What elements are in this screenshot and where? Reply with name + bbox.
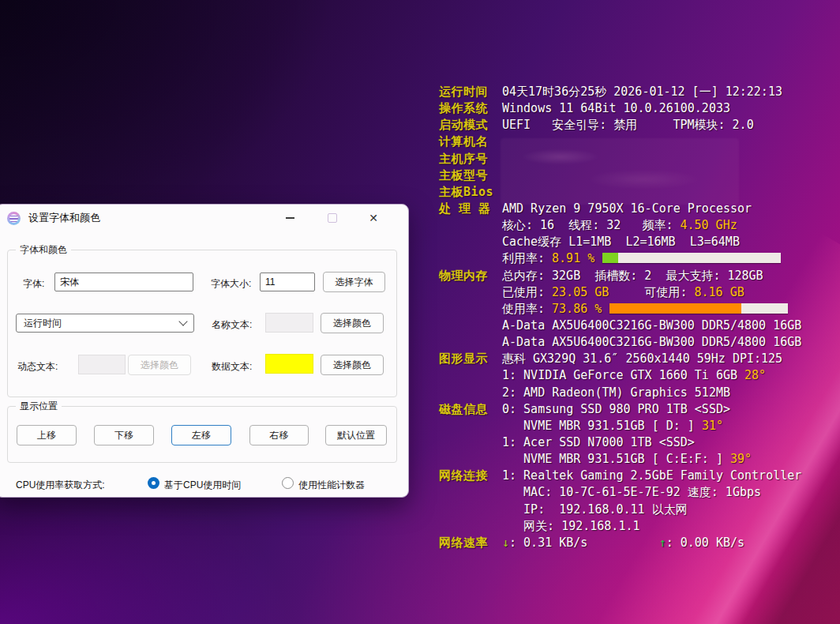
font-name-input[interactable] [54,273,193,291]
chevron-down-icon [178,317,187,325]
sysinfo-label: 磁盘信息 [439,401,502,418]
move-right-button[interactable]: 右移 [249,425,309,445]
desktop: 运行时间04天17时36分25秒 2026-01-12 [一] 12:22:13… [0,0,840,624]
sysinfo-value: 04天17时36分25秒 2026-01-12 [一] 12:22:13 [502,85,782,99]
position-group-label: 显示位置 [16,400,62,412]
sysinfo-line: Cache缓存 L1=1MB L2=16MB L3=64MB [439,234,810,250]
maximize-icon[interactable] [317,205,348,231]
sysinfo-value: 网关: 192.168.1.1 [502,519,640,533]
sysinfo-seg: NVME MBR 931.51GB [ C:E:F: ] [502,452,730,466]
font-size-input[interactable] [260,273,315,291]
sysinfo-value: 惠科 GX329Q 31.6″ 2560x1440 59Hz DPI:125 [502,351,782,366]
sysinfo-value: 1: Acer SSD N7000 1TB <SSD> [502,435,695,449]
sysinfo-line: 2: AMD Radeon(TM) Graphics 512MB [439,385,810,401]
sysinfo-seg: 1: Acer SSD N7000 1TB <SSD> [502,435,695,449]
sysinfo-line: 操作系统Windows 11 64Bit 10.0.26100.2033 [439,100,810,117]
sysinfo-seg: MAC: 10-7C-61-5E-7E-92 速度: 1Gbps [502,485,761,499]
sysinfo-line: 网络速率↓: 0.31 KB/s ↑: 0.00 KB/s [439,535,810,551]
sysinfo-seg: IP: 192.168.0.11 以太网 [502,502,688,517]
sysinfo-label: 主机序号 [439,151,502,167]
sysinfo-line: A-Data AX5U6400C3216G-BW300 DDR5/4800 16… [439,318,810,334]
sysinfo-line: 已使用: 23.05 GB 可使用: 8.16 GB [439,284,810,301]
name-pick-color-button[interactable]: 选择颜色 [321,313,384,333]
sysinfo-seg: 使用率: [502,302,552,316]
sysinfo-value: 利用率: 8.91 % [502,251,781,265]
radio-cpu-time[interactable] [148,477,159,489]
sysinfo-value: MAC: 10-7C-61-5E-7E-92 速度: 1Gbps [502,485,761,499]
sysinfo-label: 计算机名 [439,133,502,150]
sysinfo-line: 利用率: 8.91 % [439,250,810,267]
sysinfo-seg: NVME MBR 931.51GB [ D: ] [502,419,702,433]
sysinfo-line: NVME MBR 931.51GB [ D: ] 31° [439,418,810,434]
sysinfo-seg: Windows 11 64Bit 10.0.26100.2033 [502,101,730,115]
sysinfo-seg: : 0.31 KB/s [509,536,587,550]
sysinfo-line: 图形显示惠科 GX329Q 31.6″ 2560x1440 59Hz DPI:1… [439,351,810,367]
sysinfo-seg: ↑ [659,536,666,550]
radio-cpu-time-label: 基于CPU使用时间 [164,479,241,492]
minimize-icon[interactable] [274,205,306,231]
sysinfo-value: Cache缓存 L1=1MB L2=16MB L3=64MB [502,235,740,249]
sysinfo-line: 使用率: 73.86 % [439,301,810,318]
sysinfo-label: 运行时间 [439,84,502,100]
sysinfo-label: 网络速率 [439,535,502,551]
sysinfo-value: UEFI 安全引导: 禁用 TPM模块: 2.0 [502,118,754,132]
sysinfo-seg: 1: Realtek Gaming 2.5GbE Family Controll… [502,468,801,483]
sysinfo-seg: 23.05 GB [552,285,609,299]
sysinfo-seg: 利用率: [502,251,552,265]
sysinfo-value: 2: AMD Radeon(TM) Graphics 512MB [502,385,730,400]
move-left-button[interactable]: 左移 [171,425,231,445]
sysinfo-line: 运行时间04天17时36分25秒 2026-01-12 [一] 12:22:13 [439,84,810,100]
data-text-swatch [265,354,313,374]
data-pick-color-button[interactable]: 选择颜色 [321,355,384,375]
sysinfo-line: 启动模式UEFI 安全引导: 禁用 TPM模块: 2.0 [439,117,810,133]
sysinfo-line: NVME MBR 931.51GB [ C:E:F: ] 39° [439,451,810,468]
sysinfo-seg: : 0.00 KB/s [666,536,744,550]
default-position-button[interactable]: 默认位置 [325,425,387,445]
sysinfo-seg: A-Data AX5U6400C3216G-BW300 DDR5/4800 16… [502,335,801,349]
sysinfo-seg: 0: Samsung SSD 980 PRO 1TB <SSD> [502,402,730,416]
dialog-title: 设置字体和颜色 [28,211,100,225]
sysinfo-seg: 可使用: [609,285,694,299]
font-color-group-label: 字体和颜色 [16,244,71,255]
sysinfo-label: 主板型号 [439,167,502,184]
move-up-button[interactable]: 上移 [17,425,77,445]
sysinfo-value: NVME MBR 931.51GB [ D: ] 31° [502,419,723,433]
select-font-button[interactable]: 选择字体 [323,272,385,292]
sysinfo-seg: 核心: 16 线程: 32 频率: [502,218,680,232]
sysinfo-value: IP: 192.168.0.11 以太网 [502,502,688,517]
sysinfo-line: 1: NVIDIA GeForce GTX 1660 Ti 6GB 28° [439,367,810,384]
sysinfo-line: 网关: 192.168.1.1 [439,518,810,535]
dynamic-pick-color-button[interactable]: 选择颜色 [128,355,191,375]
close-icon[interactable] [356,205,391,231]
sysinfo-seg: A-Data AX5U6400C3216G-BW300 DDR5/4800 16… [502,318,801,333]
sysinfo-seg: UEFI 安全引导: 禁用 TPM模块: 2.0 [502,118,754,132]
sysinfo-seg: 31° [702,419,723,433]
font-size-label: 字体大小: [211,277,251,291]
radio-perf-counter[interactable] [282,477,294,489]
sysinfo-line: A-Data AX5U6400C3216G-BW300 DDR5/4800 16… [439,334,810,351]
sysinfo-label: 处 理 器 [439,201,502,217]
sysinfo-label: 图形显示 [439,351,502,367]
sysinfo-seg: 28° [744,368,766,382]
sysinfo-seg: 4.50 GHz [680,218,737,232]
sysinfo-seg: 网关: 192.168.1.1 [502,519,640,533]
sysinfo-line: 物理内存总内存: 32GB 插槽数: 2 最大支持: 128GB [439,268,810,284]
font-color-dialog: 设置字体和颜色 字体和颜色 字体: 字体大小: 选择字体 运行时间 名称文本: … [0,204,409,498]
sysinfo-seg: Cache缓存 L1=1MB L2=16MB L3=64MB [502,235,740,249]
redacted-area [501,138,739,205]
item-dropdown[interactable]: 运行时间 [16,314,194,333]
sysinfo-value: ↓: 0.31 KB/s ↑: 0.00 KB/s [502,536,744,550]
data-text-label: 数据文本: [212,360,252,374]
cpu-mode-label: CPU使用率获取方式: [16,479,105,492]
sysinfo-line: 磁盘信息0: Samsung SSD 980 PRO 1TB <SSD> [439,401,810,418]
sysinfo-seg [587,536,658,550]
sysinfo-seg: 8.16 GB [695,285,744,299]
sysinfo-label: 操作系统 [439,100,502,117]
sysinfo-value: 核心: 16 线程: 32 频率: 4.50 GHz [502,218,737,232]
sysinfo-seg: 73.86 % [552,302,602,316]
sysinfo-seg: 2: AMD Radeon(TM) Graphics 512MB [502,385,730,400]
sysinfo-panel: 运行时间04天17时36分25秒 2026-01-12 [一] 12:22:13… [439,84,810,551]
move-down-button[interactable]: 下移 [94,425,154,445]
sysinfo-seg: 8.91 % [552,251,594,265]
sysinfo-value: 1: Realtek Gaming 2.5GbE Family Controll… [502,468,801,483]
